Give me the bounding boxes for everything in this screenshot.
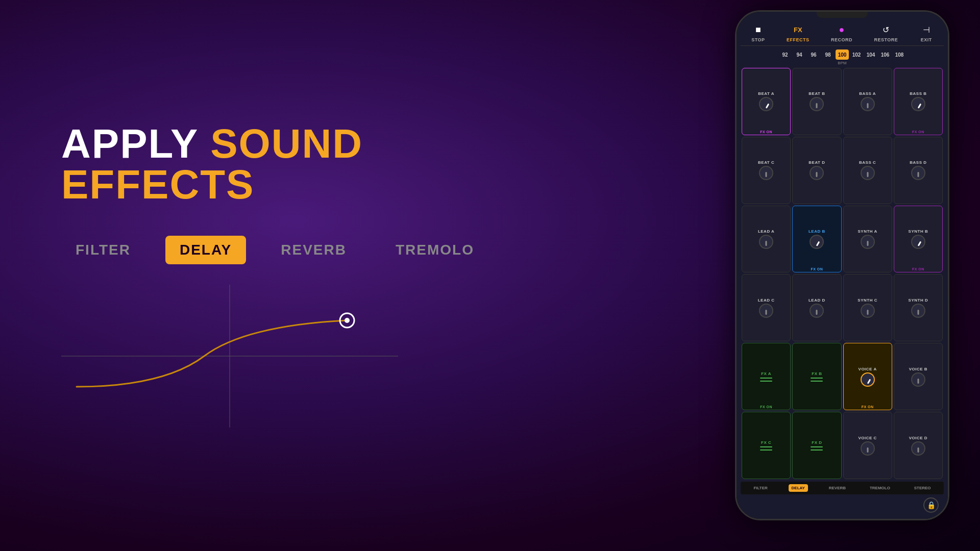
bottom-tab-stereo[interactable]: STEREO	[911, 484, 934, 492]
bpm-102[interactable]: 102	[850, 49, 863, 60]
fx-c-line-1	[760, 446, 772, 447]
pad-lead-a-knob[interactable]	[759, 235, 773, 249]
pad-fx-d-label: FX D	[812, 440, 822, 445]
pad-synth-d-knob[interactable]	[911, 304, 925, 318]
fx-d-line-2	[811, 449, 823, 450]
pad-voice-b-label: VOICE B	[909, 367, 927, 371]
bpm-106[interactable]: 106	[878, 49, 892, 60]
pad-voice-a[interactable]: VOICE A FX ON	[843, 343, 892, 410]
fx-d-line-1	[811, 446, 823, 447]
pad-bass-b[interactable]: BASS B FX ON	[894, 68, 943, 135]
pad-fx-a-label: FX A	[761, 371, 771, 376]
pad-bass-d[interactable]: BASS D	[894, 137, 943, 204]
voice-a-fx-on: FX ON	[844, 405, 892, 409]
pad-beat-c-knob[interactable]	[759, 166, 773, 180]
lock-icon[interactable]: 🔒	[923, 497, 939, 513]
bottom-tab-reverb[interactable]: REVERB	[826, 484, 849, 492]
bpm-108[interactable]: 108	[893, 49, 906, 60]
phone-container: ■ STOP FX EFFECTS ● RECORD ↺ RESTORE ⊣	[735, 10, 949, 541]
bpm-98[interactable]: 98	[821, 49, 835, 60]
pad-bass-c-knob[interactable]	[861, 166, 875, 180]
bpm-92[interactable]: 92	[778, 49, 792, 60]
tab-delay[interactable]: DELAY	[165, 236, 246, 264]
pad-beat-b-knob[interactable]	[810, 97, 824, 111]
pad-synth-b[interactable]: SYNTH B FX ON	[894, 206, 943, 273]
bpm-100[interactable]: 100	[836, 49, 849, 60]
pad-voice-d[interactable]: VOICE D	[894, 412, 943, 479]
pad-lead-b[interactable]: LEAD B FX ON	[792, 206, 841, 273]
pad-bass-a-label: BASS A	[859, 91, 876, 96]
bpm-94[interactable]: 94	[793, 49, 806, 60]
pad-fx-a[interactable]: FX A FX ON	[742, 343, 791, 410]
record-label: RECORD	[831, 37, 852, 42]
bottom-tab-delay[interactable]: DELAY	[789, 484, 808, 492]
fx-line-2	[760, 381, 772, 382]
pad-voice-d-label: VOICE D	[909, 436, 927, 440]
fx-b-line-1	[811, 378, 823, 379]
pad-voice-d-knob[interactable]	[911, 441, 925, 456]
pad-fx-b-label: FX B	[812, 371, 822, 376]
tab-reverb[interactable]: REVERB	[266, 236, 361, 264]
pad-lead-c[interactable]: LEAD C	[742, 274, 791, 341]
pad-beat-a[interactable]: BEAT A FX ON	[742, 68, 791, 135]
pad-bass-b-knob[interactable]	[911, 97, 925, 111]
pad-lead-d[interactable]: LEAD D	[792, 274, 841, 341]
pad-lead-d-knob[interactable]	[810, 304, 824, 318]
fx-line-1	[760, 378, 772, 379]
pad-bass-a-knob[interactable]	[861, 97, 875, 111]
restore-label: RESTORE	[874, 37, 898, 42]
bpm-104[interactable]: 104	[864, 49, 877, 60]
pad-synth-c-knob[interactable]	[861, 304, 875, 318]
pad-synth-b-knob[interactable]	[911, 235, 925, 249]
pad-lead-c-knob[interactable]	[759, 304, 773, 318]
fx-icon: FX	[791, 23, 804, 36]
pad-fx-b[interactable]: FX B	[792, 343, 841, 410]
pad-voice-c-knob[interactable]	[861, 441, 875, 456]
effect-tabs: FILTER DELAY REVERB TREMOLO	[61, 236, 488, 264]
pad-beat-d[interactable]: BEAT D	[792, 137, 841, 204]
pad-fx-c[interactable]: FX C	[742, 412, 791, 479]
bottom-tab-filter[interactable]: FILTER	[750, 484, 770, 492]
tab-tremolo[interactable]: TREMOLO	[381, 236, 488, 264]
pad-synth-c-label: SYNTH C	[857, 298, 877, 303]
phone-frame: ■ STOP FX EFFECTS ● RECORD ↺ RESTORE ⊣	[735, 10, 949, 520]
bpm-96[interactable]: 96	[807, 49, 820, 60]
effects-button[interactable]: FX EFFECTS	[787, 23, 810, 42]
svg-point-3	[345, 318, 350, 323]
pad-beat-b[interactable]: BEAT B	[792, 68, 841, 135]
exit-icon: ⊣	[920, 23, 933, 36]
main-title: APPLY SOUND EFFECTS	[61, 123, 470, 205]
exit-button[interactable]: ⊣ EXIT	[920, 23, 933, 42]
exit-label: EXIT	[921, 37, 932, 42]
pad-fx-d[interactable]: FX D	[792, 412, 841, 479]
pad-voice-a-knob[interactable]	[861, 372, 875, 387]
pad-synth-b-label: SYNTH B	[909, 229, 928, 234]
pad-beat-c-label: BEAT C	[758, 160, 774, 165]
pad-synth-a-label: SYNTH A	[857, 229, 877, 234]
synth-b-fx-on: FX ON	[894, 267, 942, 271]
pad-bass-d-knob[interactable]	[911, 166, 925, 180]
pad-lead-a[interactable]: LEAD A	[742, 206, 791, 273]
top-bar: ■ STOP FX EFFECTS ● RECORD ↺ RESTORE ⊣	[741, 21, 944, 46]
pad-voice-c[interactable]: VOICE C	[843, 412, 892, 479]
pad-voice-b-knob[interactable]	[911, 372, 925, 387]
pad-bass-c[interactable]: BASS C	[843, 137, 892, 204]
tab-filter[interactable]: FILTER	[61, 236, 145, 264]
stop-button[interactable]: ■ STOP	[751, 23, 765, 42]
pad-lead-d-label: LEAD D	[808, 298, 825, 303]
pad-beat-d-knob[interactable]	[810, 166, 824, 180]
record-button[interactable]: ● RECORD	[831, 23, 852, 42]
pad-bass-a[interactable]: BASS A	[843, 68, 892, 135]
pad-beat-c[interactable]: BEAT C	[742, 137, 791, 204]
bottom-tabs: FILTER DELAY REVERB TREMOLO STEREO	[741, 482, 944, 494]
restore-button[interactable]: ↺ RESTORE	[874, 23, 898, 42]
pad-synth-a-knob[interactable]	[861, 235, 875, 249]
pad-synth-c[interactable]: SYNTH C	[843, 274, 892, 341]
pad-synth-d[interactable]: SYNTH D	[894, 274, 943, 341]
pad-lead-b-label: LEAD B	[808, 229, 825, 234]
pad-lead-b-knob[interactable]	[810, 235, 824, 249]
pad-synth-a[interactable]: SYNTH A	[843, 206, 892, 273]
bottom-tab-tremolo[interactable]: TREMOLO	[867, 484, 893, 492]
pad-beat-a-knob[interactable]	[759, 97, 773, 111]
pad-voice-b[interactable]: VOICE B	[894, 343, 943, 410]
